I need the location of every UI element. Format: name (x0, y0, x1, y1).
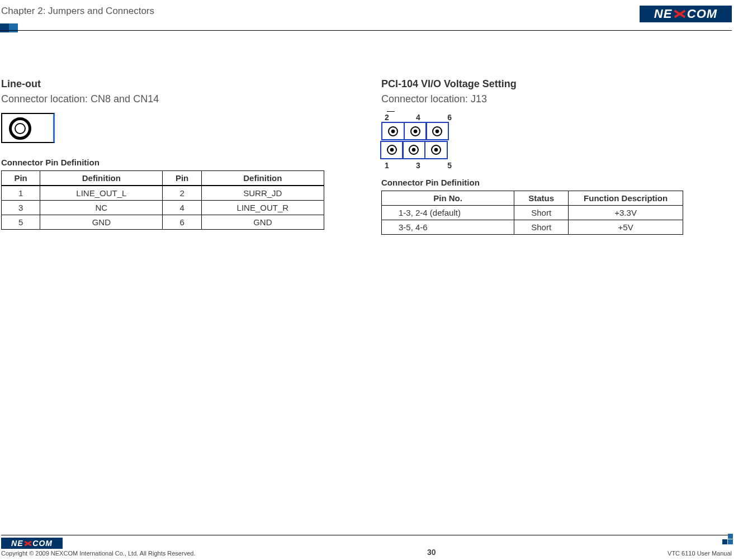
col-definition: Definition (201, 171, 324, 186)
page-number: 30 (427, 548, 436, 557)
cell: 3-5, 4-6 (382, 220, 514, 235)
jumper-diagram: 2 4 6 1 3 5 (381, 113, 461, 170)
cell: 3 (2, 201, 40, 215)
manual-name: VTC 6110 User Manual (668, 550, 732, 557)
cell: LINE_OUT_R (201, 201, 324, 215)
footer-divider (1, 535, 732, 535)
brand-com: COM (687, 7, 717, 21)
cell: NC (40, 201, 163, 215)
main-content: Line-out Connector location: CN8 and CN1… (0, 22, 743, 235)
cell: +3.3V (569, 206, 683, 220)
cell: 5 (2, 215, 40, 230)
page-footer: NECOM Copyright © 2009 NEXCOM Internatio… (1, 535, 732, 557)
cell: 1 (2, 186, 40, 201)
col-pin: Pin (163, 171, 201, 186)
copyright-text: Copyright © 2009 NEXCOM International Co… (1, 550, 195, 557)
pin-label: 1 (385, 161, 389, 170)
jumper-labels-bottom: 1 3 5 (385, 161, 452, 170)
pci104-table: Pin No. Status Function Description 1-3,… (381, 191, 683, 235)
cell: 2 (163, 186, 201, 201)
line-out-location: Connector location: CN8 and CN14 (1, 93, 337, 105)
pin-label: 2 (385, 113, 389, 122)
pci104-title: PCI-104 VI/O Voltage Setting (381, 78, 694, 90)
footer-decor-icon (722, 533, 733, 544)
brand-ne: NE (654, 7, 673, 21)
pci104-location: Connector location: J13 (381, 93, 694, 105)
col-func: Function Description (569, 191, 683, 206)
col-status: Status (514, 191, 569, 206)
pin-label: 5 (447, 161, 452, 170)
col-definition: Definition (40, 171, 163, 186)
col-pinno: Pin No. (382, 191, 514, 206)
table-row: 3 NC 4 LINE_OUT_R (2, 201, 324, 215)
cell: 1-3, 2-4 (default) (382, 206, 514, 220)
header-decor-icon (0, 23, 18, 32)
cell: 4 (163, 201, 201, 215)
cell: Short (514, 206, 569, 220)
jumper-grid-icon (381, 122, 454, 161)
jumper-labels-top: 2 4 6 (385, 113, 452, 122)
table-row: 5 GND 6 GND (2, 215, 324, 230)
line-out-title: Line-out (1, 78, 337, 90)
cell: GND (40, 215, 163, 230)
line-out-pin-table: Pin Definition Pin Definition 1 LINE_OUT… (1, 170, 324, 230)
cell: SURR_JD (201, 186, 324, 201)
left-column: Line-out Connector location: CN8 and CN1… (1, 78, 337, 235)
table-header-row: Pin Definition Pin Definition (2, 171, 324, 186)
col-pin: Pin (2, 171, 40, 186)
cell: LINE_OUT_L (40, 186, 163, 201)
brand-logo-header: NE COM (640, 6, 732, 22)
line-out-table-label: Connector Pin Definition (1, 158, 337, 167)
pin-label: 3 (416, 161, 420, 170)
header-divider (0, 30, 732, 31)
right-column: PCI-104 VI/O Voltage Setting Connector l… (381, 78, 694, 235)
table-row: 1 LINE_OUT_L 2 SURR_JD (2, 186, 324, 201)
pin-label: 4 (416, 113, 420, 122)
table-header-row: Pin No. Status Function Description (382, 191, 683, 206)
footer-left: NECOM Copyright © 2009 NEXCOM Internatio… (1, 538, 195, 557)
line-out-jack-icon (1, 113, 55, 143)
cell: Short (514, 220, 569, 235)
cell: +5V (569, 220, 683, 235)
cell: 6 (163, 215, 201, 230)
brand-logo-footer: NECOM (1, 538, 63, 549)
pci104-table-label: Connector Pin Definition (381, 178, 694, 187)
table-row: 1-3, 2-4 (default) Short +3.3V (382, 206, 683, 220)
cell: GND (201, 215, 324, 230)
pin-label: 6 (447, 113, 452, 122)
chapter-title: Chapter 2: Jumpers and Connectors (1, 6, 154, 17)
page-header: Chapter 2: Jumpers and Connectors NE COM (0, 0, 743, 22)
table-row: 3-5, 4-6 Short +5V (382, 220, 683, 235)
